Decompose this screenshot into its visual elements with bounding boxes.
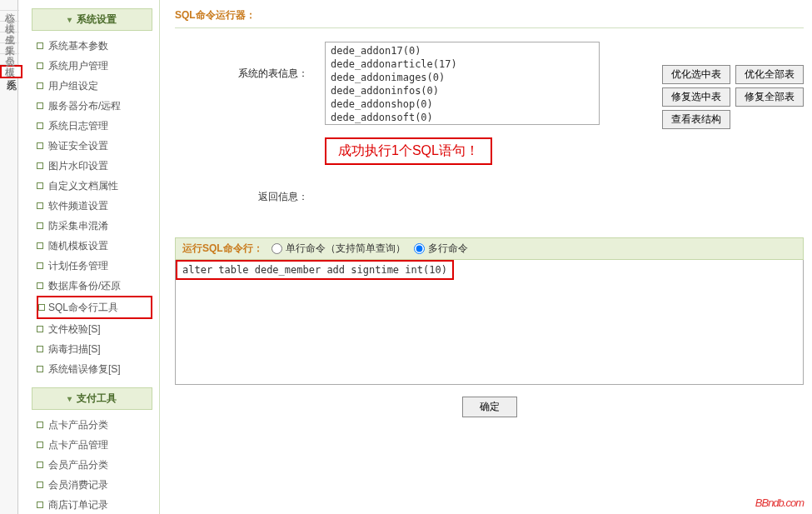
side-tabs: 核心模块生成采集会员模板系统 <box>0 0 18 514</box>
repair-all-button[interactable]: 修复全部表 <box>735 87 804 107</box>
optimize-selected-button[interactable]: 优化选中表 <box>662 65 730 84</box>
main-panel: SQL命令运行器： 系统的表信息： dede_addon17(0)dede_ad… <box>160 0 812 514</box>
sidebar-item[interactable]: SQL命令行工具 <box>37 296 152 319</box>
group-header-0[interactable]: ▾系统设置 <box>32 8 152 31</box>
sidebar-item[interactable]: 验证安全设置 <box>37 136 152 156</box>
group-header-1[interactable]: ▾支付工具 <box>32 387 152 410</box>
table-option[interactable]: dede_addonimages(0) <box>327 71 597 84</box>
repair-selected-button[interactable]: 修复选中表 <box>662 87 730 107</box>
run-sql-label: 运行SQL命令行： <box>182 242 263 256</box>
sidebar-item[interactable]: 系统基本参数 <box>37 36 152 56</box>
side-tab-3[interactable]: 采集 <box>0 32 19 43</box>
side-tab-1[interactable]: 模块 <box>0 11 19 22</box>
table-option[interactable]: dede_addonarticle(17) <box>327 57 597 71</box>
sidebar-item[interactable]: 软件频道设置 <box>37 196 152 216</box>
mode-single-radio[interactable] <box>271 243 282 254</box>
sidebar-item[interactable]: 会员消费记录 <box>37 475 152 495</box>
table-option[interactable]: dede_addonsoft(0) <box>327 111 597 124</box>
side-tab-2[interactable]: 生成 <box>0 22 19 32</box>
sidebar-item[interactable]: 文件校验[S] <box>37 319 152 339</box>
panel-title: SQL命令运行器： <box>175 5 804 28</box>
sidebar-item[interactable]: 点卡产品分类 <box>37 415 152 435</box>
optimize-all-button[interactable]: 优化全部表 <box>735 65 804 84</box>
side-tab-4[interactable]: 会员 <box>0 43 19 54</box>
sidebar-item[interactable]: 系统用户管理 <box>37 56 152 76</box>
sidebar-item[interactable]: 数据库备份/还原 <box>37 276 152 296</box>
sidebar-item[interactable]: 防采集串混淆 <box>37 216 152 236</box>
sidebar-item[interactable]: 商店订单记录 <box>37 495 152 514</box>
sidebar-item[interactable]: 系统错误修复[S] <box>37 359 152 379</box>
sidebar-item[interactable]: 点卡产品管理 <box>37 435 152 455</box>
chevron-down-icon: ▾ <box>67 394 72 403</box>
sidebar-item[interactable]: 计划任务管理 <box>37 256 152 276</box>
sidebar-item[interactable]: 用户组设定 <box>37 76 152 96</box>
return-info-label: 返回信息： <box>175 165 308 237</box>
sidebar-item[interactable]: 系统日志管理 <box>37 116 152 136</box>
sidebar-item[interactable]: 服务器分布/远程 <box>37 96 152 116</box>
side-tab-0[interactable]: 核心 <box>0 0 19 11</box>
sql-mode-bar: 运行SQL命令行： 单行命令（支持简单查询） 多行命令 <box>175 237 804 260</box>
sidebar-item[interactable]: 自定义文档属性 <box>37 176 152 196</box>
sidebar-item[interactable]: 会员产品分类 <box>37 455 152 475</box>
submit-button[interactable]: 确定 <box>462 397 517 417</box>
success-message: 成功执行1个SQL语句！ <box>325 137 492 165</box>
sidebar-item[interactable]: 图片水印设置 <box>37 156 152 176</box>
side-tab-5[interactable]: 模板 <box>0 54 19 65</box>
sidebar-item[interactable]: 随机模板设置 <box>37 236 152 256</box>
sidebar: ▾系统设置系统基本参数系统用户管理用户组设定服务器分布/远程系统日志管理验证安全… <box>18 0 160 514</box>
view-structure-button[interactable]: 查看表结构 <box>662 110 730 129</box>
sql-editor-wrap: alter table dede_member add signtime int… <box>175 260 804 385</box>
table-option[interactable]: dede_addonshop(0) <box>327 97 597 111</box>
mode-multi-option[interactable]: 多行命令 <box>414 242 468 256</box>
chevron-down-icon: ▾ <box>67 15 72 24</box>
tables-listbox[interactable]: dede_addon17(0)dede_addonarticle(17)dede… <box>325 42 600 125</box>
watermark: BBndb.com <box>755 497 804 509</box>
tables-label: 系统的表信息： <box>175 42 308 129</box>
table-option[interactable]: dede_addoninfos(0) <box>327 84 597 97</box>
table-option[interactable]: dede_addon17(0) <box>327 44 597 57</box>
mode-multi-radio[interactable] <box>414 243 425 254</box>
sidebar-item[interactable]: 病毒扫描[S] <box>37 339 152 359</box>
mode-single-option[interactable]: 单行命令（支持简单查询） <box>271 242 406 256</box>
